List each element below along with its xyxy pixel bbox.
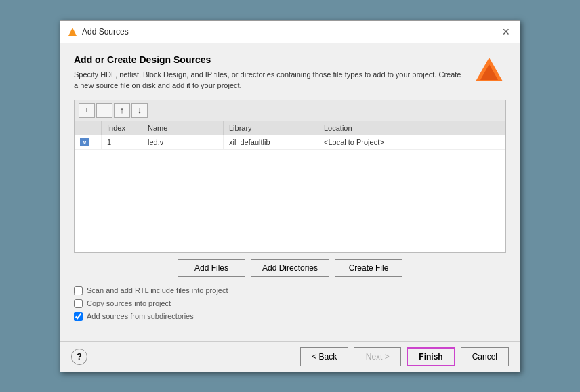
row-location: <Local to Project>: [318, 135, 505, 149]
col-location: Location: [318, 121, 505, 135]
copy-sources-option[interactable]: Copy sources into project: [74, 299, 506, 308]
table-row[interactable]: v 1 led.v xil_defaultlib <Local to Proje…: [75, 135, 505, 150]
remove-row-button[interactable]: −: [96, 103, 112, 118]
table-toolbar: + − ↑ ↓: [74, 100, 506, 121]
help-button[interactable]: ?: [71, 349, 87, 365]
vivado-icon: [67, 26, 78, 37]
add-subdirs-option[interactable]: Add sources from subdirectories: [74, 312, 506, 321]
back-button[interactable]: < Back: [300, 347, 348, 366]
close-button[interactable]: ✕: [499, 25, 513, 39]
verilog-file-icon: v: [80, 138, 89, 146]
scan-rtl-option[interactable]: Scan and add RTL include files into proj…: [74, 286, 506, 295]
add-files-button[interactable]: Add Files: [178, 259, 245, 277]
table-header: Index Name Library Location: [75, 121, 505, 135]
finish-button[interactable]: Finish: [407, 347, 455, 366]
col-index: Index: [102, 121, 142, 135]
title-bar: Add Sources ✕: [60, 21, 520, 43]
header-title: Add or Create Design Sources: [74, 54, 472, 65]
header-description: Specify HDL, netlist, Block Design, and …: [74, 69, 467, 91]
add-row-button[interactable]: +: [79, 103, 95, 118]
options-section: Scan and add RTL include files into proj…: [74, 286, 506, 321]
row-library: xil_defaultlib: [224, 135, 318, 149]
move-up-button[interactable]: ↑: [114, 103, 130, 118]
next-button[interactable]: Next >: [354, 347, 401, 366]
add-directories-button[interactable]: Add Directories: [251, 259, 329, 277]
col-name: Name: [142, 121, 224, 135]
dialog-title: Add Sources: [82, 27, 495, 37]
vivado-logo: [472, 54, 506, 88]
dialog-footer: ? < Back Next > Finish Cancel: [60, 341, 520, 372]
sources-table: Index Name Library Location v 1 led.v xi…: [74, 121, 506, 253]
col-library: Library: [224, 121, 318, 135]
dialog-content: Add or Create Design Sources Specify HDL…: [60, 43, 520, 341]
copy-sources-label: Copy sources into project: [87, 299, 171, 307]
add-sources-dialog: Add Sources ✕ Add or Create Design Sourc…: [60, 20, 520, 372]
move-down-button[interactable]: ↓: [131, 103, 148, 118]
header-section: Add or Create Design Sources Specify HDL…: [74, 54, 506, 91]
header-text: Add or Create Design Sources Specify HDL…: [74, 54, 472, 91]
row-name: led.v: [142, 135, 224, 149]
add-subdirs-checkbox[interactable]: [74, 312, 83, 321]
add-subdirs-label: Add sources from subdirectories: [87, 312, 194, 320]
footer-buttons: < Back Next > Finish Cancel: [300, 347, 509, 366]
cancel-button[interactable]: Cancel: [461, 347, 509, 366]
create-file-button[interactable]: Create File: [335, 259, 402, 277]
action-buttons: Add Files Add Directories Create File: [74, 259, 506, 277]
svg-marker-0: [68, 28, 77, 36]
row-index: 1: [102, 135, 142, 149]
scan-rtl-checkbox[interactable]: [74, 286, 83, 295]
col-icon: [75, 121, 102, 135]
row-icon: v: [75, 135, 102, 149]
copy-sources-checkbox[interactable]: [74, 299, 83, 308]
scan-rtl-label: Scan and add RTL include files into proj…: [87, 286, 228, 295]
